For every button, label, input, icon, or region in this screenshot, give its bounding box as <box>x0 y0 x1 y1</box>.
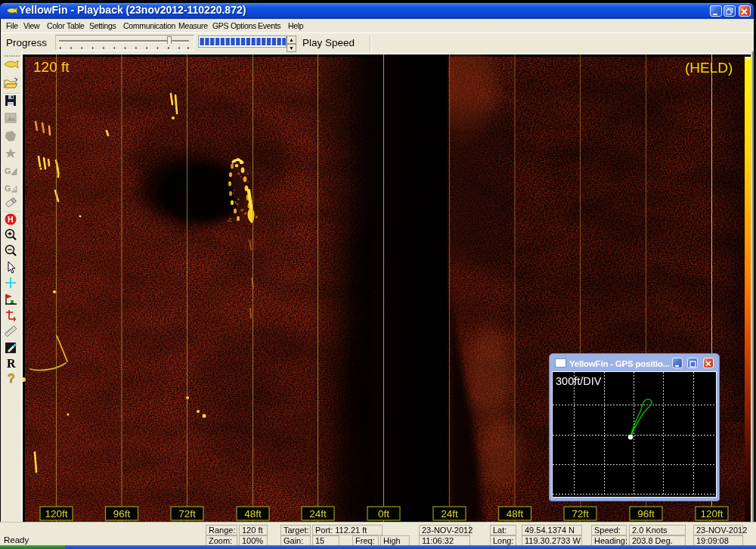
svg-text:300ft/DIV: 300ft/DIV <box>556 375 602 387</box>
svg-text:G: G <box>5 166 11 175</box>
svg-text:48ft: 48ft <box>244 508 262 520</box>
svg-text:G: G <box>5 184 11 193</box>
svg-text:(HELD): (HELD) <box>685 60 733 76</box>
svg-text:H: H <box>8 215 14 224</box>
svg-text:24ft: 24ft <box>309 508 327 520</box>
svg-text:0ft: 0ft <box>378 508 389 520</box>
svg-text:120ft: 120ft <box>700 508 723 520</box>
svg-text:120ft: 120ft <box>45 508 67 520</box>
svg-text:120 ft: 120 ft <box>33 59 70 75</box>
svg-text:48ft: 48ft <box>507 508 524 520</box>
svg-text:24ft: 24ft <box>441 508 458 520</box>
svg-text:72ft: 72ft <box>572 508 589 520</box>
svg-text:R: R <box>7 357 16 370</box>
svg-text:72ft: 72ft <box>178 508 196 520</box>
svg-text:96ft: 96ft <box>113 508 131 520</box>
svg-text:?: ? <box>8 372 15 385</box>
svg-text:96ft: 96ft <box>637 508 655 520</box>
